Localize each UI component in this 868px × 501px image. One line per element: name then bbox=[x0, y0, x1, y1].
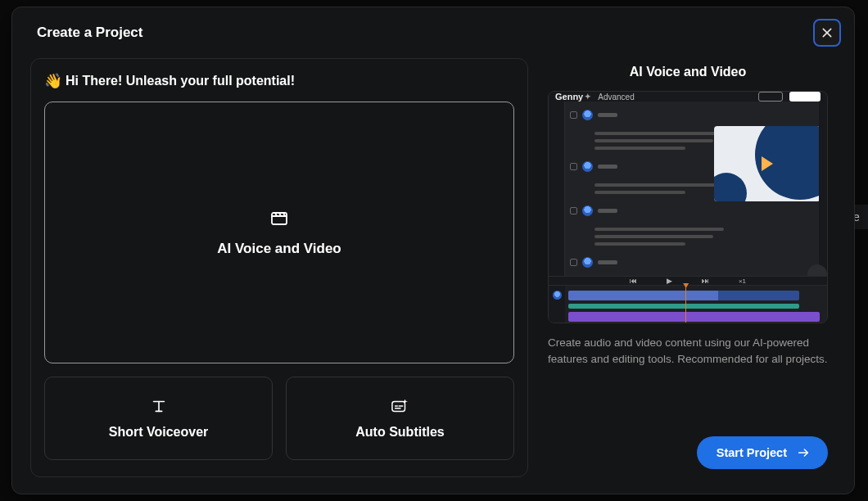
preview-topbar: Genny✦ Advanced bbox=[549, 92, 827, 102]
audio-track bbox=[568, 304, 799, 309]
options-pane: 👋 Hi There! Unleash your full potential!… bbox=[30, 58, 528, 477]
preview-video-thumbnail bbox=[714, 126, 821, 201]
modal-title: Create a Project bbox=[37, 25, 142, 41]
avatar-icon bbox=[582, 205, 593, 216]
project-options: AI Voice and Video Short Voiceover bbox=[44, 102, 514, 463]
arrow-right-icon bbox=[795, 446, 811, 459]
create-project-modal: Create a Project 👋 Hi There! Unleash you… bbox=[11, 7, 855, 494]
avatar-icon bbox=[553, 291, 562, 300]
audio-track bbox=[568, 291, 799, 300]
option-label: Auto Subtitles bbox=[355, 425, 444, 440]
preview-script-list bbox=[565, 102, 729, 276]
preview-script-block bbox=[570, 257, 724, 268]
video-track bbox=[568, 312, 820, 322]
greeting: 👋 Hi There! Unleash your full potential! bbox=[44, 72, 514, 90]
details-pane: AI Voice and Video Genny✦ Advanced bbox=[528, 58, 836, 477]
option-label: Short Voiceover bbox=[109, 425, 209, 440]
subtitles-icon bbox=[391, 397, 410, 418]
secondary-options: Short Voiceover Auto Subtitles bbox=[44, 377, 514, 460]
preview-image: Genny✦ Advanced bbox=[548, 91, 828, 323]
preview-mode: Advanced bbox=[598, 93, 634, 102]
preview-chip bbox=[758, 92, 783, 102]
skip-back-icon: ⏮ bbox=[630, 277, 637, 285]
greeting-text: Hi There! Unleash your full potential! bbox=[66, 74, 295, 88]
option-label: AI Voice and Video bbox=[217, 241, 341, 257]
avatar-icon bbox=[582, 257, 593, 268]
option-auto-subtitles[interactable]: Auto Subtitles bbox=[286, 377, 514, 460]
option-short-voiceover[interactable]: Short Voiceover bbox=[44, 377, 273, 460]
clapperboard-icon bbox=[269, 208, 289, 231]
start-project-label: Start Project bbox=[717, 446, 787, 459]
preview-script-block bbox=[570, 205, 724, 216]
option-ai-voice-video[interactable]: AI Voice and Video bbox=[44, 102, 514, 363]
close-button[interactable] bbox=[813, 19, 841, 47]
wave-icon: 👋 bbox=[44, 72, 62, 90]
skip-forward-icon: ⏭ bbox=[702, 277, 709, 285]
close-icon bbox=[821, 26, 834, 39]
preview-timeline bbox=[549, 285, 827, 323]
preview-brand: Genny✦ bbox=[555, 92, 591, 102]
playback-rate: ×1 bbox=[739, 278, 746, 285]
preview-script-block bbox=[570, 110, 724, 120]
modal-body: 👋 Hi There! Unleash your full potential!… bbox=[12, 55, 854, 494]
preview-main bbox=[549, 102, 827, 276]
details-description: Create audio and video content using our… bbox=[548, 335, 828, 367]
text-icon bbox=[150, 397, 168, 418]
avatar-icon bbox=[582, 110, 593, 120]
start-project-button[interactable]: Start Project bbox=[697, 436, 828, 469]
playhead bbox=[685, 286, 686, 323]
preview-script-block bbox=[570, 161, 724, 172]
avatar-icon bbox=[582, 161, 593, 172]
play-icon bbox=[762, 156, 773, 171]
play-icon: ▶ bbox=[667, 277, 672, 285]
modal-header: Create a Project bbox=[12, 7, 854, 55]
preview-sidebar bbox=[549, 102, 565, 276]
preview-chip bbox=[789, 92, 821, 102]
details-title: AI Voice and Video bbox=[548, 65, 828, 79]
